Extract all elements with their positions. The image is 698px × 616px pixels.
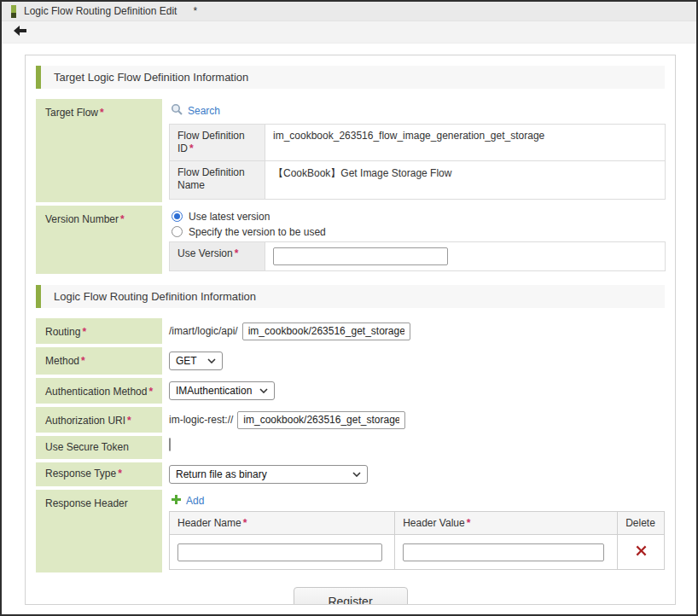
required-marker: *: [82, 326, 86, 338]
section-accent-bar: [36, 66, 41, 89]
authorization-uri-label: Authorization URI*: [36, 407, 162, 433]
header-value-column: Header Value*: [395, 512, 618, 535]
delete-row-button[interactable]: [636, 545, 647, 559]
response-type-select[interactable]: Return file as binary: [169, 465, 368, 484]
required-marker: *: [148, 386, 153, 398]
required-marker: *: [120, 213, 125, 225]
modified-marker: *: [193, 5, 197, 17]
header-name-column: Header Name*: [170, 512, 395, 535]
search-icon: [171, 103, 183, 119]
header-name-input[interactable]: [177, 543, 382, 561]
routing-label: Routing*: [36, 318, 162, 344]
required-marker: *: [81, 355, 85, 367]
use-version-table: Use Version*: [169, 241, 666, 271]
row-routing: Routing* /imart/logic/api/: [36, 318, 665, 344]
response-header-table: Header Name* Header Value* Delete: [169, 511, 665, 570]
required-marker: *: [189, 142, 194, 154]
section-target-header: Target Logic Flow Definition Information: [36, 66, 665, 89]
chevron-down-icon: [207, 358, 216, 363]
flow-definition-table: Flow Definition ID* im_cookbook_263516_f…: [169, 124, 666, 200]
section-routing-title: Logic Flow Routing Definition Informatio…: [54, 290, 256, 303]
routing-prefix: /imart/logic/api/: [169, 325, 238, 337]
target-flow-label: Target Flow*: [36, 99, 162, 202]
flow-definition-id-label: Flow Definition ID*: [170, 125, 265, 161]
authorization-uri-prefix: im-logic-rest://: [169, 414, 233, 426]
authentication-method-select[interactable]: IMAuthentication: [169, 381, 275, 400]
page-title: Logic Flow Routing Definition Edit: [24, 5, 177, 17]
authentication-method-label: Authentication Method*: [36, 378, 162, 404]
flow-definition-name-label: Flow Definition Name: [170, 161, 265, 200]
chevron-down-icon: [259, 388, 268, 393]
use-version-input: [273, 247, 448, 265]
section-accent-bar: [36, 285, 41, 308]
authorization-uri-input[interactable]: [237, 411, 405, 429]
delete-x-icon: [636, 545, 647, 559]
row-authorization-uri: Authorization URI* im-logic-rest://: [36, 407, 665, 433]
delete-column: Delete: [618, 512, 665, 535]
response-header-label: Response Header: [36, 490, 162, 572]
plus-icon: [171, 494, 182, 508]
routing-input[interactable]: [242, 323, 410, 340]
required-marker: *: [235, 247, 239, 259]
window-titlebar: Logic Flow Routing Definition Edit *: [2, 2, 696, 21]
section-routing-header: Logic Flow Routing Definition Informatio…: [36, 285, 665, 308]
required-marker: *: [127, 415, 131, 427]
add-header-link[interactable]: Add: [171, 494, 204, 508]
required-marker: *: [467, 517, 471, 529]
back-button[interactable]: [13, 25, 27, 39]
section-target-title: Target Logic Flow Definition Information: [54, 71, 248, 84]
row-response-type: Response Type* Return file as binary: [36, 462, 665, 486]
row-method: Method* GET: [36, 347, 665, 375]
flow-definition-name-value: 【CookBook】Get Image Storage Flow: [265, 161, 666, 200]
radio-specify-version[interactable]: [172, 226, 183, 237]
row-version-number: Version Number* Use latest version Speci…: [36, 206, 665, 274]
radio-use-latest-version[interactable]: [172, 211, 183, 222]
required-marker: *: [243, 517, 247, 529]
register-button[interactable]: Register: [294, 587, 408, 605]
row-target-flow: Target Flow* Search Flow Definition ID* …: [36, 99, 665, 202]
search-link[interactable]: Search: [171, 103, 220, 119]
header-value-input[interactable]: [403, 543, 604, 561]
radio-use-latest-version-label: Use latest version: [189, 211, 270, 223]
response-type-label: Response Type*: [36, 462, 162, 486]
use-version-label: Use Version*: [170, 242, 265, 271]
page-icon: [11, 5, 16, 18]
response-header-row: [170, 535, 665, 570]
use-secure-token-label: Use Secure Token: [36, 436, 162, 459]
edit-form-panel: Target Logic Flow Definition Information…: [25, 55, 676, 605]
flow-definition-id-value: im_cookbook_263516_flow_image_generation…: [265, 125, 666, 161]
radio-specify-version-label: Specify the version to be used: [189, 226, 326, 238]
required-marker: *: [118, 468, 122, 479]
version-number-label: Version Number*: [36, 206, 162, 274]
row-authentication-method: Authentication Method* IMAuthentication: [36, 378, 665, 404]
row-response-header: Response Header Add Header Name* Header …: [36, 490, 665, 572]
chevron-down-icon: [352, 472, 361, 477]
method-select[interactable]: GET: [169, 352, 223, 370]
back-arrow-icon: [13, 25, 27, 39]
row-use-secure-token: Use Secure Token: [36, 436, 665, 459]
required-marker: *: [100, 107, 104, 119]
method-label: Method*: [36, 347, 162, 375]
toolbar: [2, 21, 696, 44]
use-secure-token-checkbox[interactable]: [169, 438, 171, 451]
